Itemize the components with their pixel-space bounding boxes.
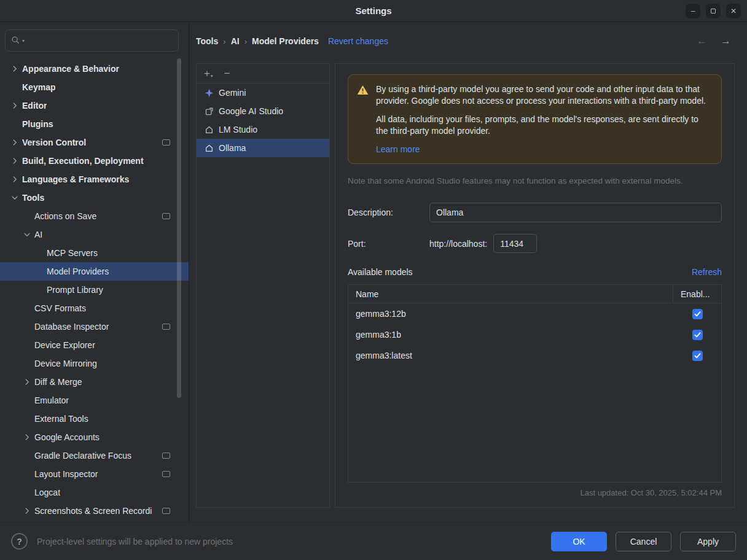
model-name: gemma3:12b — [348, 309, 673, 319]
help-icon[interactable]: ? — [11, 533, 28, 550]
sidebar-item-label: Languages & Frameworks — [22, 174, 129, 184]
settings-search-box[interactable]: ▾ — [5, 29, 179, 52]
sidebar-item-label: MCP Servers — [47, 248, 98, 258]
chevron-right-icon[interactable] — [9, 101, 21, 110]
breadcrumb-item-ai[interactable]: AI — [231, 36, 240, 46]
sidebar-item-prompt-library[interactable]: Prompt Library — [0, 281, 189, 299]
sidebar-item-ai[interactable]: AI — [0, 225, 189, 244]
apply-button[interactable]: Apply — [680, 532, 736, 551]
sidebar-item-layout-inspector[interactable]: Layout Inspector — [0, 465, 189, 483]
chevron-right-icon[interactable] — [21, 378, 33, 386]
sidebar-item-database-inspector[interactable]: Database Inspector — [0, 317, 189, 336]
sidebar-item-languages-frameworks[interactable]: Languages & Frameworks — [0, 170, 189, 189]
provider-detail-panel: By using a third-party model you agree t… — [335, 63, 735, 508]
ok-button[interactable]: OK — [551, 532, 607, 551]
breadcrumb-separator-icon: › — [244, 37, 247, 46]
sidebar-item-tools[interactable]: Tools — [0, 189, 189, 207]
sidebar-item-emulator[interactable]: Emulator — [0, 391, 189, 410]
sidebar-item-actions-on-save[interactable]: Actions on Save — [0, 207, 189, 225]
chevron-down-icon[interactable] — [9, 193, 21, 202]
sidebar-item-csv-formats[interactable]: CSV Formats — [0, 299, 189, 317]
column-header-name[interactable]: Name — [348, 285, 673, 303]
sidebar-item-logcat[interactable]: Logcat — [0, 483, 189, 502]
revert-changes-link[interactable]: Revert changes — [328, 36, 388, 46]
sidebar-item-google-accounts[interactable]: Google Accounts — [0, 428, 189, 446]
sidebar-item-diff-merge[interactable]: Diff & Merge — [0, 373, 189, 391]
add-provider-button[interactable]: +▾ — [204, 68, 213, 79]
gemini-icon — [204, 88, 214, 98]
sidebar-item-device-mirroring[interactable]: Device Mirroring — [0, 354, 189, 373]
project-settings-icon — [162, 324, 170, 330]
provider-item-label: LM Studio — [219, 125, 257, 134]
remove-provider-button[interactable]: − — [224, 68, 230, 79]
description-field[interactable] — [429, 203, 722, 222]
project-settings-icon — [162, 213, 170, 219]
sidebar-item-label: Prompt Library — [47, 285, 103, 295]
back-arrow-icon[interactable]: ← — [697, 35, 707, 47]
sidebar-item-label: Plugins — [22, 119, 53, 129]
close-button[interactable]: ✕ — [726, 4, 741, 18]
minimize-button[interactable]: – — [686, 4, 700, 18]
learn-more-link[interactable]: Learn more — [376, 144, 420, 154]
provider-item-lm-studio[interactable]: LM Studio — [197, 120, 329, 139]
breadcrumb-item-model-providers[interactable]: Model Providers — [252, 36, 319, 46]
sidebar-item-appearance-behavior[interactable]: Appearance & Behavior — [0, 60, 189, 78]
models-table-body: gemma3:12bgemma3:1bgemma3:latest — [348, 303, 721, 482]
port-label: Port: — [348, 239, 429, 249]
sidebar-item-version-control[interactable]: Version Control — [0, 133, 189, 152]
sidebar-item-gradle-declarative-focus[interactable]: Gradle Declarative Focus — [0, 446, 189, 465]
chevron-right-icon[interactable] — [9, 157, 21, 165]
sidebar-item-external-tools[interactable]: External Tools — [0, 410, 189, 428]
sidebar-item-model-providers[interactable]: Model Providers — [0, 262, 189, 281]
last-updated-text: Last updated: Oct 30, 2025, 5:02:44 PM — [348, 488, 722, 497]
chevron-right-icon[interactable] — [9, 64, 21, 73]
sidebar-item-device-explorer[interactable]: Device Explorer — [0, 336, 189, 354]
chevron-right-icon[interactable] — [21, 433, 33, 441]
model-enabled-checkbox[interactable] — [692, 351, 703, 361]
search-options-caret-icon[interactable]: ▾ — [22, 38, 25, 44]
provider-item-ollama[interactable]: Ollama — [197, 139, 329, 157]
model-row-gemma3-1b[interactable]: gemma3:1b — [348, 324, 721, 345]
provider-item-google-ai-studio[interactable]: Google AI Studio — [197, 102, 329, 120]
project-settings-icon — [162, 508, 170, 514]
chevron-right-icon[interactable] — [9, 138, 21, 147]
warning-paragraph-2: All data, including your files, prompts,… — [376, 114, 711, 138]
settings-sidebar: ▾ Appearance & BehaviorKeymapEditorPlugi… — [0, 22, 189, 522]
chevron-right-icon[interactable] — [21, 507, 33, 515]
sidebar-item-keymap[interactable]: Keymap — [0, 78, 189, 96]
sidebar-scrollbar[interactable] — [177, 58, 181, 398]
search-input[interactable] — [27, 35, 173, 46]
model-row-gemma3-latest[interactable]: gemma3:latest — [348, 345, 721, 366]
model-enabled-checkbox[interactable] — [692, 309, 703, 319]
model-name: gemma3:latest — [348, 351, 673, 360]
sidebar-item-mcp-servers[interactable]: MCP Servers — [0, 244, 189, 262]
sidebar-item-label: Device Mirroring — [34, 359, 97, 368]
breadcrumb-row: Tools›AI›Model Providers Revert changes … — [196, 32, 735, 50]
chevron-right-icon[interactable] — [9, 175, 21, 184]
column-header-enabled[interactable]: Enabl... — [673, 285, 721, 303]
refresh-link[interactable]: Refresh — [692, 267, 722, 277]
provider-item-gemini[interactable]: Gemini — [197, 84, 329, 102]
sidebar-item-screenshots-screen-recordi[interactable]: Screenshots & Screen Recordi — [0, 502, 189, 520]
breadcrumb-item-tools[interactable]: Tools — [196, 36, 218, 46]
breadcrumb: Tools›AI›Model Providers — [196, 36, 319, 46]
cancel-button[interactable]: Cancel — [616, 532, 671, 551]
external-models-note: Note that some Android Studio features m… — [348, 176, 722, 185]
model-enabled-checkbox[interactable] — [692, 330, 703, 340]
sidebar-item-build-execution-deployment[interactable]: Build, Execution, Deployment — [0, 152, 189, 170]
sidebar-item-plugins[interactable]: Plugins — [0, 115, 189, 133]
maximize-button[interactable] — [706, 4, 721, 18]
settings-window: Settings – ✕ ▾ Appearance & BehaviorKeym… — [0, 0, 747, 560]
forward-arrow-icon[interactable]: → — [721, 35, 731, 47]
window-title: Settings — [0, 6, 747, 16]
sidebar-item-editor[interactable]: Editor — [0, 96, 189, 115]
search-icon — [11, 36, 20, 46]
chevron-down-icon[interactable] — [21, 230, 33, 239]
providers-toolbar: +▾ − — [197, 64, 329, 84]
model-row-gemma3-12b[interactable]: gemma3:12b — [348, 303, 721, 324]
models-table-header: Name Enabl... — [348, 285, 721, 303]
sidebar-item-label: Tools — [22, 193, 44, 203]
sidebar-item-label: Emulator — [34, 395, 69, 405]
port-field[interactable] — [493, 234, 537, 253]
models-table: Name Enabl... gemma3:12bgemma3:1bgemma3:… — [348, 284, 722, 483]
